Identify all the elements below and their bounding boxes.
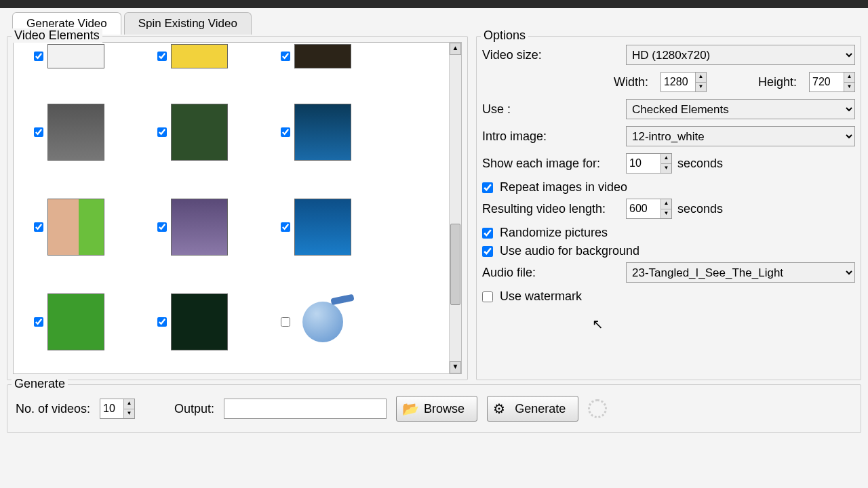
progress-spinner-icon xyxy=(588,399,607,418)
element-thumb[interactable] xyxy=(47,199,104,256)
audio-icon xyxy=(302,302,343,342)
generate-title: Generate xyxy=(12,377,68,391)
element-check[interactable] xyxy=(157,222,167,232)
element-check[interactable] xyxy=(281,52,290,61)
length-input[interactable] xyxy=(627,199,660,218)
tab-bar: Generate Video Spin Existing Video xyxy=(0,8,868,35)
seconds-label: seconds xyxy=(677,157,723,171)
video-elements-group: Video Elements xyxy=(7,36,468,380)
length-label: Resulting video length: xyxy=(482,202,620,216)
randomize-checkbox[interactable] xyxy=(482,228,493,239)
browse-button[interactable]: 📂Browse xyxy=(396,396,477,422)
element-check[interactable] xyxy=(281,317,290,327)
height-input[interactable] xyxy=(810,73,844,92)
width-input[interactable] xyxy=(661,73,695,92)
randomize-label: Randomize pictures xyxy=(500,226,608,240)
show-each-stepper[interactable]: ▲▼ xyxy=(626,153,672,174)
height-stepper[interactable]: ▲▼ xyxy=(809,72,855,92)
tab-spin-existing[interactable]: Spin Existing Video xyxy=(124,12,252,35)
watermark-checkbox[interactable] xyxy=(482,291,493,302)
folder-icon: 📂 xyxy=(402,401,419,417)
audio-file-select[interactable]: 23-Tangled_I_See_The_Light xyxy=(626,262,855,283)
seconds-label-2: seconds xyxy=(677,202,723,216)
options-title: Options xyxy=(481,28,528,43)
use-audio-label: Use audio for background xyxy=(500,244,639,258)
intro-select[interactable]: 12-intro_white xyxy=(626,126,855,146)
length-stepper[interactable]: ▲▼ xyxy=(626,199,672,219)
no-videos-stepper[interactable]: ▲▼ xyxy=(100,399,135,419)
generate-button[interactable]: ⚙Generate xyxy=(487,396,578,422)
output-label: Output: xyxy=(174,402,214,416)
watermark-label: Use watermark xyxy=(500,289,582,304)
element-thumb[interactable] xyxy=(47,44,104,68)
use-label: Use : xyxy=(482,102,620,117)
width-stepper[interactable]: ▲▼ xyxy=(660,72,707,92)
element-thumb[interactable] xyxy=(47,104,104,161)
audio-file-label: Audio file: xyxy=(482,266,620,280)
generate-group: Generate No. of videos: ▲▼ Output: 📂Brow… xyxy=(7,384,861,433)
element-thumb[interactable] xyxy=(294,104,351,161)
video-size-label: Video size: xyxy=(482,48,620,62)
element-check[interactable] xyxy=(281,222,290,232)
repeat-checkbox[interactable] xyxy=(482,182,493,193)
elements-scroll: ▲ ▼ xyxy=(13,42,462,374)
element-check[interactable] xyxy=(34,222,43,232)
element-check[interactable] xyxy=(34,317,43,327)
element-thumb[interactable] xyxy=(171,199,228,256)
show-each-label: Show each image for: xyxy=(482,157,620,171)
app-toolbar xyxy=(0,0,868,8)
element-thumb-audio[interactable] xyxy=(294,293,351,350)
use-audio-checkbox[interactable] xyxy=(482,246,493,257)
scroll-up-icon[interactable]: ▲ xyxy=(450,43,461,55)
video-elements-title: Video Elements xyxy=(12,28,102,43)
element-thumb[interactable] xyxy=(171,104,228,161)
element-check[interactable] xyxy=(281,127,290,137)
element-thumb[interactable] xyxy=(171,293,228,350)
element-thumb[interactable] xyxy=(294,199,351,256)
element-check[interactable] xyxy=(34,127,43,137)
scroll-down-icon[interactable]: ▼ xyxy=(450,361,461,373)
video-size-select[interactable]: HD (868x488) xyxy=(626,45,855,65)
show-each-input[interactable] xyxy=(627,154,660,173)
no-videos-label: No. of videos: xyxy=(16,402,90,416)
element-check[interactable] xyxy=(157,52,167,61)
element-check[interactable] xyxy=(34,52,43,61)
use-select[interactable]: Checked Elements xyxy=(626,99,855,119)
no-videos-input[interactable] xyxy=(100,399,123,418)
intro-label: Intro image: xyxy=(482,129,620,144)
height-label: Height: xyxy=(758,75,797,89)
element-thumb[interactable] xyxy=(171,44,228,68)
element-check[interactable] xyxy=(157,317,167,327)
element-check[interactable] xyxy=(157,127,167,137)
output-input[interactable] xyxy=(224,399,387,419)
element-thumb[interactable] xyxy=(47,293,104,350)
repeat-label: Repeat images in video xyxy=(500,180,627,195)
gear-icon: ⚙ xyxy=(493,401,505,417)
options-group: Options Video size: HD (868x488) Width:… xyxy=(476,36,861,380)
width-label: Width: xyxy=(614,75,648,89)
scroll-thumb[interactable] xyxy=(450,224,460,305)
scrollbar[interactable]: ▲ ▼ xyxy=(449,43,461,373)
element-thumb[interactable] xyxy=(294,44,351,68)
